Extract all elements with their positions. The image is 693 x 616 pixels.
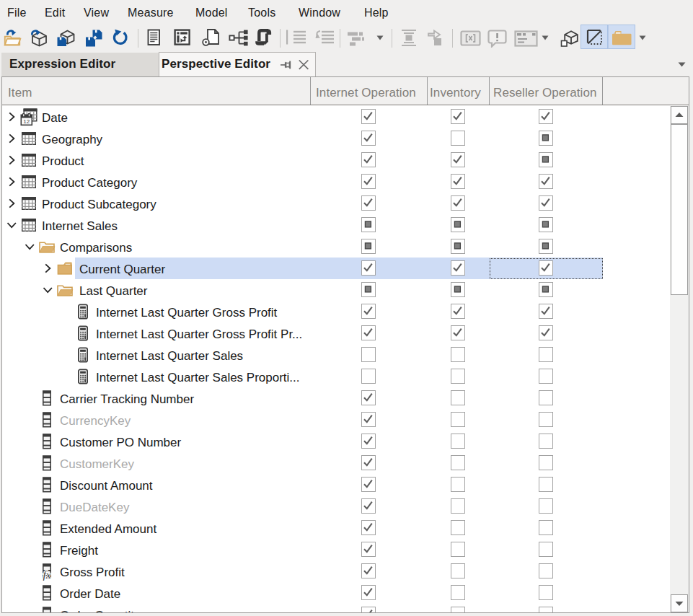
svg-text:12: 12 <box>23 118 30 125</box>
svg-text:fx: fx <box>43 568 51 581</box>
